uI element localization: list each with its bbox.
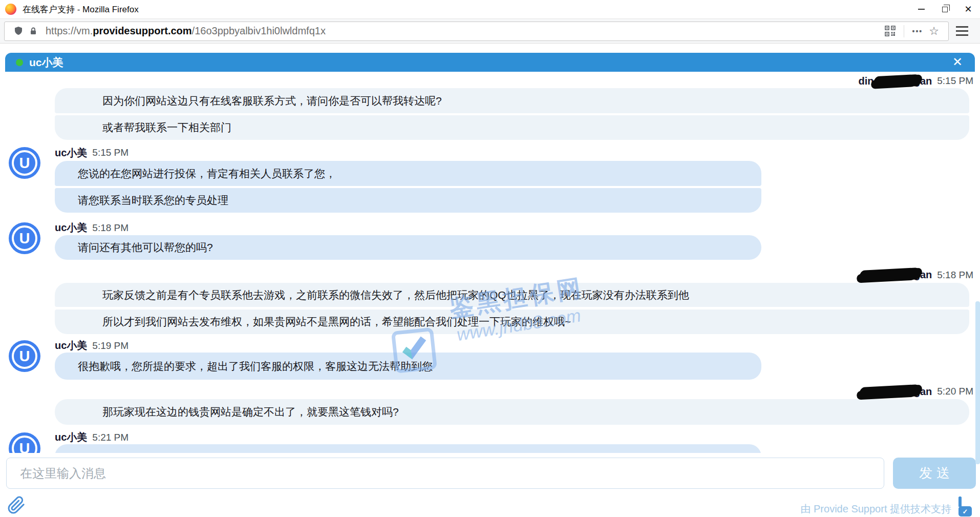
message-input[interactable] bbox=[6, 458, 884, 489]
url-path: /16o3ppbyalbiv1hi0lwldmfq1x bbox=[192, 25, 326, 36]
visitor-message: 那玩家现在这边的钱贵网站是确定不出了，就要黑这笔钱对吗? bbox=[55, 399, 969, 425]
agent-message bbox=[55, 444, 761, 453]
message-timestamp: 5:21 PM bbox=[92, 432, 129, 443]
url-text: https://vm.providesupport.com/16o3ppbyal… bbox=[46, 25, 326, 37]
visitor-message: 玩家反馈之前是有个专员联系他去游戏，之前联系的微信失效了，然后他把玩家的QQ也拉… bbox=[55, 283, 969, 307]
send-button[interactable]: 发送 bbox=[893, 458, 976, 489]
visitor-message: 所以才到我们网站去发布维权，如果贵网站不是黑网的话，希望能配合我们处理一下玩家的… bbox=[55, 309, 969, 334]
agent-avatar: U bbox=[9, 147, 40, 179]
message-timestamp: 5:18 PM bbox=[937, 270, 973, 281]
tracking-shield-icon[interactable] bbox=[14, 26, 23, 36]
agent-name: uc小美 bbox=[55, 146, 87, 160]
redaction-bar bbox=[874, 74, 921, 88]
urlbar-separator bbox=[904, 25, 904, 37]
url-scheme: https://vm. bbox=[46, 25, 93, 36]
message-group-visitor: ding gan 5:15 PM 因为你们网站这边只有在线客服联系方式，请问你是… bbox=[0, 74, 980, 140]
message-timestamp: 5:19 PM bbox=[92, 340, 129, 351]
agent-name: uc小美 bbox=[55, 339, 87, 353]
agent-avatar: U bbox=[9, 340, 40, 372]
hamburger-menu-icon[interactable] bbox=[956, 26, 968, 36]
agent-name-row: uc小美 5:18 PM bbox=[55, 221, 980, 234]
message-group-agent: U uc小美 5:18 PM 请问还有其他可以帮您的吗? bbox=[0, 221, 980, 260]
message-group-visitor: gan 5:20 PM 那玩家现在这边的钱贵网站是确定不出了，就要黑这笔钱对吗? bbox=[0, 384, 980, 425]
agent-name-row: uc小美 5:15 PM bbox=[55, 146, 980, 160]
attachment-paperclip-icon[interactable] bbox=[7, 496, 26, 514]
agent-name: uc小美 bbox=[55, 430, 87, 444]
redaction-bar bbox=[859, 384, 921, 399]
window-controls: ✕ bbox=[909, 0, 980, 18]
avatar-u-logo: U bbox=[9, 340, 40, 372]
visitor-message: 因为你们网站这边只有在线客服联系方式，请问你是否可以帮我转达呢? bbox=[55, 88, 969, 113]
agent-message: 很抱歉哦，您所提的要求，超出了我们客服的权限，客服这边无法帮助到您 bbox=[55, 353, 761, 380]
chat-close-icon[interactable]: ✕ bbox=[952, 55, 963, 69]
window-title: 在线客户支持 - Mozilla Firefox bbox=[23, 4, 139, 15]
agent-name: uc小美 bbox=[55, 221, 87, 235]
visitor-name-row: ding gan 5:15 PM bbox=[0, 74, 980, 88]
minimize-button[interactable] bbox=[909, 0, 933, 18]
restore-icon bbox=[942, 7, 948, 12]
agent-name-row: uc小美 5:21 PM bbox=[55, 430, 980, 444]
agent-message: 您说的在您网站进行投保，肯定有相关人员联系了您， bbox=[55, 161, 761, 186]
agent-avatar: U bbox=[9, 222, 40, 254]
avatar-u-logo: U bbox=[9, 147, 40, 179]
browser-toolbar: https://vm.providesupport.com/16o3ppbyal… bbox=[0, 18, 980, 44]
close-window-button[interactable]: ✕ bbox=[956, 0, 980, 18]
chat-header: uc小美 ✕ bbox=[5, 53, 975, 72]
message-timestamp: 5:15 PM bbox=[92, 147, 129, 158]
visitor-name-row: gan 5:20 PM bbox=[0, 384, 980, 399]
message-timestamp: 5:18 PM bbox=[92, 222, 129, 234]
message-group-visitor: gan 5:18 PM 玩家反馈之前是有个专员联系他去游戏，之前联系的微信失效了… bbox=[0, 267, 980, 334]
bookmark-star-icon[interactable]: ☆ bbox=[929, 25, 939, 38]
secure-lock-icon: ✓ bbox=[958, 498, 972, 514]
redaction-bar bbox=[859, 267, 921, 282]
agent-avatar: U bbox=[9, 432, 40, 453]
restore-button[interactable] bbox=[933, 0, 956, 18]
avatar-u-logo: U bbox=[9, 432, 40, 453]
window-titlebar: 在线客户支持 - Mozilla Firefox ✕ bbox=[0, 0, 980, 18]
visitor-message: 或者帮我联系一下相关部门 bbox=[55, 115, 969, 140]
visitor-name-row: gan 5:18 PM bbox=[0, 267, 980, 283]
minimize-icon bbox=[918, 9, 925, 10]
online-status-dot bbox=[16, 59, 23, 66]
avatar-u-logo: U bbox=[9, 222, 40, 254]
url-domain: providesupport.com bbox=[93, 25, 191, 36]
url-bar[interactable]: https://vm.providesupport.com/16o3ppbyal… bbox=[4, 22, 949, 41]
agent-message: 请您联系当时联系您的专员处理 bbox=[55, 188, 761, 213]
qr-code-icon[interactable] bbox=[885, 26, 896, 36]
message-group-agent: U uc小美 5:15 PM 您说的在您网站进行投保，肯定有相关人员联系了您， … bbox=[0, 146, 980, 213]
powered-by-link[interactable]: 由 Provide Support 提供技术支持 bbox=[800, 502, 951, 516]
lock-check-glyph: ✓ bbox=[958, 506, 972, 516]
message-composer: 发送 由 Provide Support 提供技术支持 ✓ bbox=[0, 453, 980, 517]
message-group-agent: U uc小美 5:19 PM 很抱歉哦，您所提的要求，超出了我们客服的权限，客服… bbox=[0, 339, 980, 380]
message-group-agent: U uc小美 5:21 PM bbox=[0, 430, 980, 453]
firefox-logo-icon bbox=[5, 4, 16, 15]
lock-icon[interactable] bbox=[29, 27, 37, 35]
page-actions-icon[interactable]: ••• bbox=[912, 27, 923, 35]
agent-name-row: uc小美 5:19 PM bbox=[55, 339, 980, 353]
agent-message: 请问还有其他可以帮您的吗? bbox=[55, 235, 761, 260]
agent-name-title: uc小美 bbox=[29, 55, 63, 70]
message-timestamp: 5:20 PM bbox=[937, 386, 973, 397]
message-timestamp: 5:15 PM bbox=[937, 75, 973, 87]
chat-message-area: ding gan 5:15 PM 因为你们网站这边只有在线客服联系方式，请问你是… bbox=[0, 72, 980, 453]
chat-scrollbar-thumb[interactable] bbox=[975, 301, 980, 464]
close-icon: ✕ bbox=[964, 5, 972, 14]
